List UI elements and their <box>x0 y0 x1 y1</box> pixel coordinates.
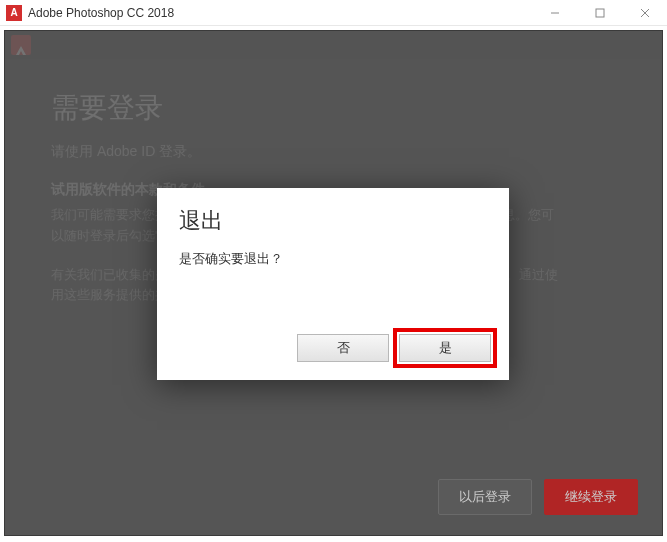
minimize-button[interactable] <box>532 0 577 25</box>
dialog-message: 是否确实要退出？ <box>179 250 487 268</box>
dialog-title: 退出 <box>179 206 487 236</box>
later-login-button[interactable]: 以后登录 <box>438 479 532 515</box>
dialog-button-row: 否 是 <box>157 322 509 380</box>
adobe-app-icon: A <box>6 5 22 21</box>
inner-titlebar <box>5 31 662 59</box>
login-subtitle: 请使用 Adobe ID 登录。 <box>51 143 616 161</box>
no-button[interactable]: 否 <box>297 334 389 362</box>
continue-login-button[interactable]: 继续登录 <box>544 479 638 515</box>
yes-button[interactable]: 是 <box>399 334 491 362</box>
window-titlebar: A Adobe Photoshop CC 2018 <box>0 0 667 26</box>
svg-rect-1 <box>596 9 604 17</box>
login-heading: 需要登录 <box>51 89 616 127</box>
close-button[interactable] <box>622 0 667 25</box>
window-title: Adobe Photoshop CC 2018 <box>28 6 532 20</box>
maximize-button[interactable] <box>577 0 622 25</box>
confirm-exit-dialog: 退出 是否确实要退出？ 否 是 <box>157 188 509 380</box>
adobe-logo-icon <box>11 35 31 55</box>
